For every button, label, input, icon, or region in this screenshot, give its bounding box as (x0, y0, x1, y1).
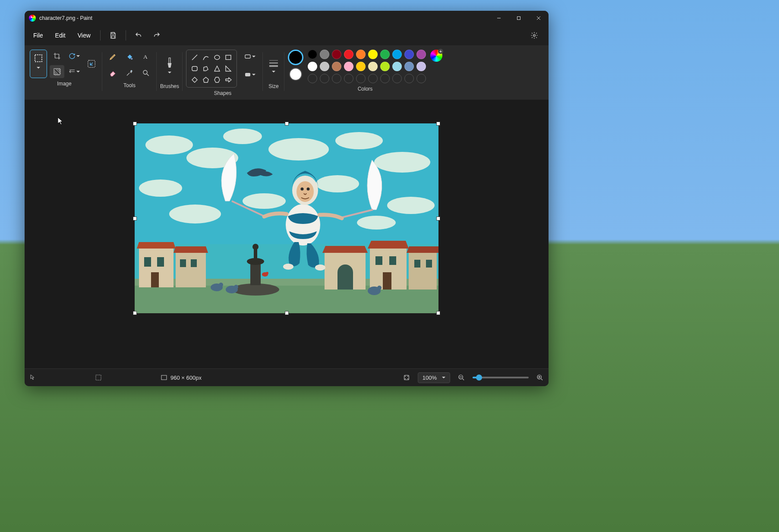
resize-handle-ne[interactable] (436, 122, 440, 126)
shape-line-icon[interactable] (190, 53, 199, 62)
color-2[interactable] (289, 68, 302, 81)
group-label-image: Image (57, 81, 71, 87)
eraser-tool[interactable] (106, 66, 120, 80)
color-swatch[interactable] (344, 62, 353, 71)
pencil-tool[interactable] (106, 50, 120, 63)
color-swatch[interactable] (344, 50, 353, 59)
custom-color-slot[interactable] (404, 74, 414, 83)
resize-handle-e[interactable] (436, 217, 440, 220)
color-swatch[interactable] (368, 50, 378, 59)
crop-button[interactable] (50, 50, 64, 63)
custom-color-slot[interactable] (380, 74, 390, 83)
color-swatch[interactable] (392, 62, 402, 71)
selection-icon (32, 52, 45, 65)
custom-color-slot[interactable] (392, 74, 402, 83)
shape-roundrect-icon[interactable] (190, 64, 199, 73)
resize-handle-se[interactable] (436, 311, 440, 315)
select-dropdown[interactable] (32, 65, 45, 71)
edit-colors-button[interactable] (430, 50, 442, 62)
color-swatch[interactable] (380, 62, 390, 71)
custom-color-slot[interactable] (332, 74, 341, 83)
resize-button[interactable] (84, 54, 99, 73)
color-swatch[interactable] (332, 50, 341, 59)
canvas[interactable] (135, 123, 438, 313)
color-swatch[interactable] (320, 62, 329, 71)
svg-line-20 (147, 74, 149, 76)
svg-point-16 (131, 58, 132, 60)
color-swatch[interactable] (416, 62, 426, 71)
zoom-level-select[interactable]: 100% (418, 372, 450, 383)
custom-color-slot[interactable] (368, 74, 378, 83)
color-swatch[interactable] (380, 50, 390, 59)
close-button[interactable] (529, 11, 549, 25)
zoom-in-button[interactable] (536, 374, 543, 381)
custom-color-slot[interactable] (308, 74, 317, 83)
color-swatch[interactable] (320, 50, 329, 59)
size-button[interactable] (266, 50, 281, 81)
shape-diamond-icon[interactable] (190, 75, 199, 85)
custom-color-slot[interactable] (356, 74, 366, 83)
shape-rect-icon[interactable] (224, 53, 233, 62)
undo-button[interactable] (131, 28, 146, 43)
minimize-button[interactable] (489, 11, 509, 25)
color-swatch[interactable] (404, 62, 414, 71)
shape-right-triangle-icon[interactable] (224, 64, 233, 73)
color-swatch[interactable] (356, 50, 366, 59)
transparent-selection-button[interactable] (50, 65, 64, 78)
svg-line-13 (57, 69, 61, 72)
resize-handle-sw[interactable] (133, 311, 137, 315)
svg-point-93 (307, 188, 310, 191)
brushes-button[interactable] (162, 50, 177, 81)
shape-hexagon-icon[interactable] (212, 75, 222, 85)
color-picker-tool[interactable] (122, 66, 137, 80)
zoom-out-button[interactable] (458, 374, 465, 381)
title-bar[interactable]: character7.png - Paint (25, 11, 549, 25)
group-label-shapes: Shapes (214, 90, 232, 96)
resize-handle-w[interactable] (133, 217, 137, 220)
zoom-slider[interactable] (473, 377, 529, 378)
shape-outline-button[interactable] (240, 50, 259, 63)
maximize-button[interactable] (509, 11, 529, 25)
shape-triangle-icon[interactable] (212, 64, 222, 73)
resize-handle-nw[interactable] (133, 122, 137, 126)
svg-point-76 (252, 244, 259, 250)
shape-curve-icon[interactable] (201, 53, 211, 62)
fill-tool[interactable] (122, 50, 137, 63)
shapes-gallery[interactable] (186, 50, 237, 88)
flip-button[interactable] (67, 65, 82, 78)
resize-handle-s[interactable] (285, 311, 289, 315)
fit-to-window-button[interactable] (403, 374, 410, 381)
shape-polygon-icon[interactable] (201, 64, 211, 73)
shape-arrow-icon[interactable] (224, 75, 233, 85)
magnifier-tool[interactable] (139, 66, 153, 80)
color-swatch[interactable] (416, 50, 426, 59)
custom-color-slot[interactable] (416, 74, 426, 83)
rotate-button[interactable] (67, 50, 82, 63)
color-swatch[interactable] (356, 62, 366, 71)
settings-button[interactable] (527, 28, 542, 43)
text-tool[interactable]: A (139, 50, 153, 63)
shape-pentagon-icon[interactable] (201, 75, 211, 85)
color-swatch[interactable] (332, 62, 341, 71)
color-swatch[interactable] (368, 62, 378, 71)
save-button[interactable] (106, 28, 120, 43)
menu-file[interactable]: File (27, 29, 49, 41)
svg-marker-25 (204, 66, 208, 71)
redo-button[interactable] (149, 28, 164, 43)
color-swatch[interactable] (308, 62, 317, 71)
color-swatch[interactable] (308, 50, 317, 59)
shape-oval-icon[interactable] (212, 53, 222, 62)
color-swatch[interactable] (392, 50, 402, 59)
canvas-image[interactable] (135, 123, 438, 313)
custom-color-slot[interactable] (344, 74, 353, 83)
menu-edit[interactable]: Edit (49, 29, 72, 41)
svg-marker-53 (137, 242, 176, 249)
color-swatch[interactable] (404, 50, 414, 59)
color-1[interactable] (288, 50, 303, 65)
custom-color-slot[interactable] (320, 74, 329, 83)
shape-fill-button[interactable] (240, 68, 259, 82)
menu-view[interactable]: View (72, 29, 97, 41)
canvas-area[interactable] (25, 100, 549, 368)
resize-handle-n[interactable] (285, 122, 289, 126)
select-tool[interactable] (30, 50, 47, 78)
